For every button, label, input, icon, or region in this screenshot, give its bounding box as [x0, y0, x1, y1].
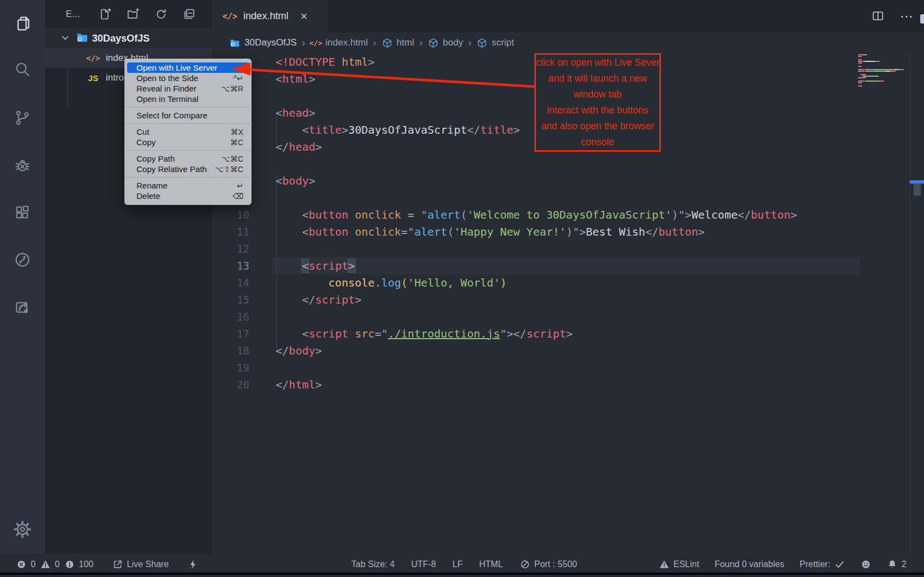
feedback-smiley[interactable]: [860, 559, 871, 570]
code-line: 14 console.log('Hello, World'): [212, 274, 924, 291]
variables-count[interactable]: Found 0 variables: [715, 559, 784, 569]
eol[interactable]: LF: [452, 559, 463, 569]
line-number: 12: [212, 243, 249, 255]
line-number: 10: [212, 209, 249, 221]
cube-icon: [381, 37, 393, 49]
menu-item-shortcut: ↵: [237, 181, 243, 190]
code-tag-icon: </>: [223, 12, 237, 21]
search-icon[interactable]: [13, 60, 32, 79]
slash-circle-icon: [520, 559, 531, 570]
menu-item-label: Select for Compare: [136, 111, 243, 120]
close-icon[interactable]: ×: [300, 10, 307, 22]
liveserver-icon[interactable]: [13, 298, 32, 317]
info-count[interactable]: 100: [64, 559, 94, 570]
tab-size[interactable]: Tab Size: 4: [351, 559, 395, 569]
breadcrumb-index-html[interactable]: </>index.html: [310, 37, 368, 49]
warning-triangle-icon: [40, 559, 51, 570]
html-file-icon: </>: [85, 54, 101, 62]
menu-item-shortcut: ⌥⌘C: [221, 155, 243, 163]
new-folder-icon[interactable]: [127, 8, 140, 21]
folder-row-30daysofjs[interactable]: 30DaysOfJS: [45, 28, 212, 48]
breadcrumb-script[interactable]: script: [476, 37, 514, 49]
code-line: 18</body>: [212, 342, 924, 359]
annotation-text-line: window tab: [536, 87, 659, 102]
language-mode[interactable]: HTML: [479, 559, 503, 569]
collapse-icon[interactable]: [182, 8, 196, 21]
share-export-icon: [112, 559, 123, 570]
menu-item-shortcut: ⌘C: [230, 138, 243, 147]
menu-item-select-for-compare[interactable]: Select for Compare: [127, 110, 249, 121]
breadcrumb-label: index.html: [326, 37, 368, 48]
code-line: 15 </script>: [212, 291, 924, 308]
menu-item-delete[interactable]: Delete⌫: [127, 191, 249, 201]
menu-item-open-in-terminal[interactable]: Open in Terminal: [127, 94, 249, 104]
more-actions-icon[interactable]: ⋯: [900, 9, 914, 24]
eslint-status[interactable]: ESLint: [659, 559, 699, 570]
menu-item-rename[interactable]: Rename↵: [127, 180, 249, 191]
source-control-icon[interactable]: [13, 108, 32, 127]
breadcrumb-30DaysOfJS[interactable]: 30DaysOfJS: [229, 37, 296, 49]
line-number: 20: [212, 379, 249, 391]
menu-item-copy-relative-path[interactable]: Copy Relative Path⌥⇧⌘C: [127, 164, 249, 174]
check-icon: [834, 559, 845, 570]
annotation-text-line: click on open with Live Sever: [536, 55, 659, 71]
scrollbar-separator: [909, 53, 910, 554]
line-number: 17: [212, 328, 249, 340]
menu-item-open-with-live-server[interactable]: Open with Live Server: [127, 62, 249, 73]
breadcrumbs: 30DaysOfJS›</>index.html›html›body›scrip…: [212, 32, 924, 53]
folder-icon: [229, 37, 241, 49]
code-line: 10 <button onclick = "alert('Welcome to …: [212, 206, 924, 223]
annotation-text-line: and also open the browser: [536, 118, 659, 134]
debug-icon[interactable]: [13, 156, 32, 175]
breadcrumb-separator: ›: [301, 37, 305, 49]
menu-item-reveal-in-finder[interactable]: Reveal in Finder⌥⌘R: [127, 83, 249, 94]
code-line: 16: [212, 308, 924, 325]
breadcrumb-separator: ›: [468, 37, 471, 49]
folder-label: 30DaysOfJS: [92, 33, 150, 44]
live-share-status[interactable]: Live Share: [112, 559, 169, 570]
new-file-icon[interactable]: [99, 8, 112, 21]
warnings-count[interactable]: 0: [40, 559, 60, 570]
menu-item-label: Copy Path: [136, 154, 221, 163]
bolt-status[interactable]: [187, 559, 198, 570]
breadcrumb-html[interactable]: html: [381, 37, 414, 49]
encoding[interactable]: UTF-8: [411, 559, 436, 569]
errors-count[interactable]: 0: [16, 559, 36, 570]
line-number: 13: [212, 260, 249, 272]
tree-indent-guide: [67, 68, 68, 107]
tab-index-html[interactable]: </> index.html ×: [212, 0, 328, 32]
annotation-text-line: interact with the buttons: [536, 102, 659, 118]
eslint-status-label: ESLint: [674, 559, 699, 569]
scrollbar-thumb[interactable]: [914, 184, 921, 196]
liveshare-icon[interactable]: [13, 250, 32, 269]
line-number: 11: [212, 226, 249, 238]
split-editor-icon[interactable]: [871, 9, 886, 24]
context-menu: Open with Live ServerOpen to the Side^↵R…: [124, 59, 252, 205]
menu-item-shortcut: ^↵: [233, 74, 243, 83]
code-line: 19: [212, 359, 924, 376]
cube-icon: [476, 37, 488, 49]
files-icon[interactable]: [13, 14, 32, 33]
gear-icon[interactable]: [13, 520, 32, 539]
tab-label: index.html: [243, 10, 288, 22]
annotation-text-line: console: [536, 134, 659, 150]
refresh-icon[interactable]: [155, 8, 168, 21]
menu-item-shortcut: ⌥⌘R: [221, 84, 243, 93]
menu-item-copy[interactable]: Copy⌘C: [127, 137, 249, 147]
menu-item-label: Rename: [136, 181, 237, 190]
prettier-status-label: Prettier:: [800, 559, 830, 569]
minimap[interactable]: [858, 54, 906, 87]
menu-item-cut[interactable]: Cut⌘X: [127, 127, 249, 137]
menu-item-copy-path[interactable]: Copy Path⌥⌘C: [127, 153, 249, 164]
extensions-icon[interactable]: [13, 203, 32, 222]
live-server-port[interactable]: Port : 5500: [520, 559, 577, 570]
breadcrumb-label: 30DaysOfJS: [244, 37, 296, 48]
cube-icon: [427, 37, 439, 49]
breadcrumb-separator: ›: [419, 37, 423, 49]
menu-item-shortcut: ⌥⇧⌘C: [215, 165, 243, 174]
menu-item-open-to-the-side[interactable]: Open to the Side^↵: [127, 73, 249, 83]
breadcrumb-separator: ›: [373, 37, 376, 49]
prettier-status[interactable]: Prettier:: [800, 559, 845, 570]
notifications-bell[interactable]: 2: [887, 559, 906, 570]
breadcrumb-body[interactable]: body: [427, 37, 463, 49]
